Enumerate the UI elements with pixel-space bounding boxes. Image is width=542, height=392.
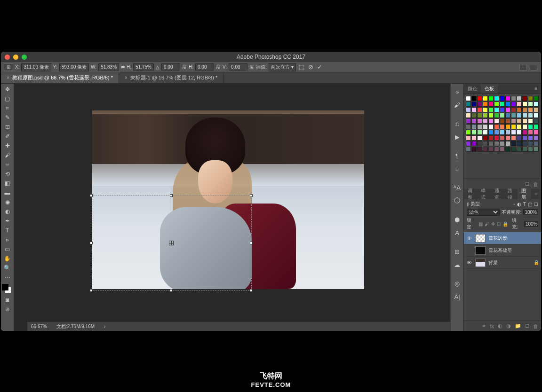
swatch[interactable] [505,135,510,141]
swatch[interactable] [471,113,477,118]
layer-thumb[interactable] [475,259,486,267]
handle-bot-mid[interactable] [170,289,173,292]
filter-adj-icon[interactable]: ◐ [517,202,521,207]
swatch[interactable] [522,107,527,112]
swatch[interactable] [528,124,533,129]
layer-row[interactable]: 👁 背景 🔒 [464,257,541,269]
dodge-tool[interactable]: ◐ [2,207,13,216]
y-input[interactable]: 593.00 像素 [59,63,89,71]
swatch[interactable] [477,118,482,124]
eyedropper-tool[interactable]: ✐ [2,132,13,141]
swatch[interactable] [477,147,482,152]
swatch[interactable] [500,124,505,129]
paragraph-panel-icon[interactable]: ≡ [452,163,463,175]
angle-input[interactable]: 0.00 [161,63,180,71]
zoom-level[interactable]: 66.67% [31,324,47,329]
pen-tool[interactable]: ✒ [2,216,13,226]
swatch[interactable] [517,141,522,146]
navigator-panel-icon[interactable]: ⊞ [452,245,463,258]
swatch[interactable] [500,118,505,124]
swatch[interactable] [488,118,494,124]
tab-swatches[interactable]: 色板 [481,84,498,94]
swatch[interactable] [517,102,522,107]
tab-styles[interactable]: 样式 [477,189,490,199]
group-icon[interactable]: 📁 [515,323,521,329]
visibility-icon[interactable]: 👁 [466,235,472,241]
swatch[interactable] [505,118,510,124]
swatch[interactable] [511,130,516,135]
swatch[interactable] [505,124,510,129]
swatch[interactable] [471,118,477,124]
lock-transparent-icon[interactable]: ▦ [478,221,483,227]
brush-panel-icon[interactable]: 🖌 [452,99,463,111]
swatch[interactable] [483,118,488,124]
swatch[interactable] [534,107,539,112]
swatch[interactable] [534,113,539,118]
swatch[interactable] [505,147,510,152]
hand-tool[interactable]: ✋ [2,254,13,263]
swatch[interactable] [471,102,477,107]
handle-bot-right[interactable] [250,289,253,292]
swatch[interactable] [511,118,516,124]
swatch[interactable] [466,118,471,124]
swatch[interactable] [505,96,510,101]
swatch[interactable] [471,141,477,146]
swatch[interactable] [494,141,499,146]
swatch[interactable] [522,135,527,141]
swatch[interactable] [500,107,505,112]
swatch[interactable] [477,113,482,118]
link-icon[interactable]: ⇌ [121,64,125,70]
swatch[interactable] [522,96,527,101]
swatch[interactable] [483,102,488,107]
swatch[interactable] [517,147,522,152]
warp-icon[interactable]: ⬚ [298,63,305,71]
x-input[interactable]: 311.00 像素 [21,63,51,71]
swatch[interactable] [517,118,522,124]
mask-icon[interactable]: ◐ [498,323,502,329]
swatch[interactable] [522,141,527,146]
tab-close-icon[interactable]: × [7,75,9,80]
swatch[interactable] [488,147,494,152]
filter-smart-icon[interactable]: ☐ [534,202,538,207]
new-swatch-icon[interactable]: ⊡ [525,181,529,187]
swatch[interactable] [534,118,539,124]
swatch[interactable] [488,135,494,141]
type-panel-icon[interactable]: A| [452,290,463,303]
glyph2-panel-icon[interactable]: A [452,227,463,239]
blur-tool[interactable]: ◉ [2,197,13,207]
swatch[interactable] [477,135,482,141]
color-swatch[interactable] [2,284,13,295]
swatch[interactable] [466,113,471,118]
cancel-transform-icon[interactable]: ⊘ [307,63,314,71]
lock-position-icon[interactable]: ✥ [491,221,495,227]
commit-transform-icon[interactable]: ✓ [316,63,323,71]
swatch[interactable] [477,102,482,107]
screenmode-icon[interactable]: ⎚ [2,305,13,314]
swatch[interactable] [488,113,494,118]
swatch[interactable] [500,113,505,118]
layer-thumb[interactable] [475,234,486,243]
swatch[interactable] [522,130,527,135]
swatch[interactable] [466,135,471,141]
status-chevron-icon[interactable]: › [104,324,105,329]
swatch[interactable] [534,96,539,101]
swatch[interactable] [477,96,482,101]
swatch[interactable] [517,130,522,135]
stamp-tool[interactable]: ⎃ [2,160,13,169]
swatch[interactable] [466,102,471,107]
glyphs-panel-icon[interactable]: ᴬA [452,181,463,194]
visibility-icon[interactable]: 👁 [466,260,472,266]
tab-close-icon[interactable]: × [125,75,128,80]
shape-tool[interactable]: ▭ [2,244,13,254]
h-input[interactable]: 51.75% [133,63,154,71]
actions-panel-icon[interactable]: ▶ [452,131,463,143]
swatch[interactable] [488,96,494,101]
swatch[interactable] [477,124,482,129]
filter-shape-icon[interactable]: ▢ [528,202,532,207]
swatch[interactable] [517,107,522,112]
swatch[interactable] [466,147,471,152]
swatch[interactable] [528,118,533,124]
move-tool[interactable]: ✥ [2,85,13,94]
swatch[interactable] [494,147,499,152]
history-panel-icon[interactable]: ⟐ [452,86,463,98]
